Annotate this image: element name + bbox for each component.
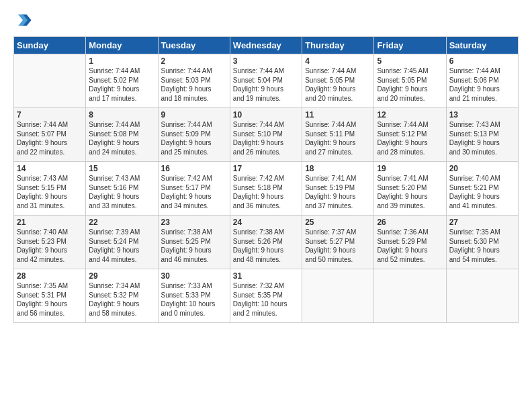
day-number: 15 xyxy=(89,164,154,173)
cell-content: Sunrise: 7:37 AM Sunset: 5:27 PM Dayligh… xyxy=(305,228,371,264)
logo-icon xyxy=(13,11,32,30)
cell-content: Sunrise: 7:44 AM Sunset: 5:05 PM Dayligh… xyxy=(305,66,371,103)
cell-content: Sunrise: 7:35 AM Sunset: 5:31 PM Dayligh… xyxy=(17,281,83,318)
calendar-cell: 3Sunrise: 7:44 AM Sunset: 5:04 PM Daylig… xyxy=(230,54,302,108)
day-number: 26 xyxy=(377,218,443,227)
day-number: 5 xyxy=(377,56,443,66)
day-number: 19 xyxy=(377,164,443,173)
calendar-cell: 8Sunrise: 7:44 AM Sunset: 5:08 PM Daylig… xyxy=(86,108,158,162)
logo xyxy=(13,11,34,30)
day-number: 8 xyxy=(89,110,154,120)
cell-content: Sunrise: 7:41 AM Sunset: 5:19 PM Dayligh… xyxy=(305,174,371,210)
calendar-cell: 29Sunrise: 7:34 AM Sunset: 5:32 PM Dayli… xyxy=(86,269,158,323)
day-number: 28 xyxy=(17,271,83,281)
day-number: 22 xyxy=(89,218,154,227)
day-number: 14 xyxy=(17,164,83,173)
cell-content: Sunrise: 7:39 AM Sunset: 5:24 PM Dayligh… xyxy=(89,228,154,264)
cell-content: Sunrise: 7:35 AM Sunset: 5:30 PM Dayligh… xyxy=(449,228,515,264)
calendar-cell: 13Sunrise: 7:43 AM Sunset: 5:13 PM Dayli… xyxy=(446,108,518,162)
calendar-cell: 21Sunrise: 7:40 AM Sunset: 5:23 PM Dayli… xyxy=(14,216,86,269)
day-number: 30 xyxy=(161,271,227,281)
day-header-tuesday: Tuesday xyxy=(158,37,230,54)
week-row-1: 7Sunrise: 7:44 AM Sunset: 5:07 PM Daylig… xyxy=(14,108,519,162)
cell-content: Sunrise: 7:40 AM Sunset: 5:21 PM Dayligh… xyxy=(449,174,515,210)
day-number: 18 xyxy=(305,164,371,173)
cell-content: Sunrise: 7:44 AM Sunset: 5:07 PM Dayligh… xyxy=(17,120,83,156)
cell-content: Sunrise: 7:44 AM Sunset: 5:12 PM Dayligh… xyxy=(377,120,443,156)
calendar-cell xyxy=(302,269,374,323)
day-number: 13 xyxy=(449,110,515,120)
cell-content: Sunrise: 7:44 AM Sunset: 5:04 PM Dayligh… xyxy=(233,66,299,103)
calendar-cell: 14Sunrise: 7:43 AM Sunset: 5:15 PM Dayli… xyxy=(14,162,86,216)
day-number: 25 xyxy=(305,218,371,227)
day-number: 3 xyxy=(233,56,299,66)
cell-content: Sunrise: 7:42 AM Sunset: 5:17 PM Dayligh… xyxy=(161,174,227,210)
calendar-cell: 17Sunrise: 7:42 AM Sunset: 5:18 PM Dayli… xyxy=(230,162,302,216)
calendar-cell: 4Sunrise: 7:44 AM Sunset: 5:05 PM Daylig… xyxy=(302,54,374,108)
day-number: 21 xyxy=(17,218,83,227)
calendar-cell xyxy=(446,269,518,323)
page: SundayMondayTuesdayWednesdayThursdayFrid… xyxy=(0,0,532,330)
calendar-cell: 30Sunrise: 7:33 AM Sunset: 5:33 PM Dayli… xyxy=(158,269,230,323)
week-row-4: 28Sunrise: 7:35 AM Sunset: 5:31 PM Dayli… xyxy=(14,269,519,323)
cell-content: Sunrise: 7:44 AM Sunset: 5:09 PM Dayligh… xyxy=(161,120,227,156)
day-number: 27 xyxy=(449,218,515,227)
cell-content: Sunrise: 7:41 AM Sunset: 5:20 PM Dayligh… xyxy=(377,174,443,210)
calendar-cell: 11Sunrise: 7:44 AM Sunset: 5:11 PM Dayli… xyxy=(302,108,374,162)
day-number: 2 xyxy=(161,56,227,66)
day-number: 31 xyxy=(233,271,299,281)
day-header-sunday: Sunday xyxy=(14,37,86,54)
calendar-cell: 28Sunrise: 7:35 AM Sunset: 5:31 PM Dayli… xyxy=(14,269,86,323)
calendar-cell: 9Sunrise: 7:44 AM Sunset: 5:09 PM Daylig… xyxy=(158,108,230,162)
cell-content: Sunrise: 7:38 AM Sunset: 5:26 PM Dayligh… xyxy=(233,228,299,264)
cell-content: Sunrise: 7:34 AM Sunset: 5:32 PM Dayligh… xyxy=(89,281,154,318)
cell-content: Sunrise: 7:43 AM Sunset: 5:13 PM Dayligh… xyxy=(449,120,515,156)
calendar-cell: 16Sunrise: 7:42 AM Sunset: 5:17 PM Dayli… xyxy=(158,162,230,216)
cell-content: Sunrise: 7:33 AM Sunset: 5:33 PM Dayligh… xyxy=(161,281,227,318)
calendar-cell: 20Sunrise: 7:40 AM Sunset: 5:21 PM Dayli… xyxy=(446,162,518,216)
calendar-cell xyxy=(374,269,446,323)
week-row-3: 21Sunrise: 7:40 AM Sunset: 5:23 PM Dayli… xyxy=(14,216,519,269)
day-header-thursday: Thursday xyxy=(302,37,374,54)
header xyxy=(13,11,519,30)
calendar-cell: 19Sunrise: 7:41 AM Sunset: 5:20 PM Dayli… xyxy=(374,162,446,216)
day-number: 11 xyxy=(305,110,371,120)
cell-content: Sunrise: 7:32 AM Sunset: 5:35 PM Dayligh… xyxy=(233,281,299,318)
header-row: SundayMondayTuesdayWednesdayThursdayFrid… xyxy=(14,37,519,54)
calendar-cell: 18Sunrise: 7:41 AM Sunset: 5:19 PM Dayli… xyxy=(302,162,374,216)
cell-content: Sunrise: 7:44 AM Sunset: 5:11 PM Dayligh… xyxy=(305,120,371,156)
day-number: 4 xyxy=(305,56,371,66)
calendar-table: SundayMondayTuesdayWednesdayThursdayFrid… xyxy=(13,36,519,323)
day-number: 9 xyxy=(161,110,227,120)
calendar-cell: 12Sunrise: 7:44 AM Sunset: 5:12 PM Dayli… xyxy=(374,108,446,162)
day-number: 10 xyxy=(233,110,299,120)
day-number: 7 xyxy=(17,110,83,120)
cell-content: Sunrise: 7:44 AM Sunset: 5:06 PM Dayligh… xyxy=(449,66,515,103)
day-header-friday: Friday xyxy=(374,37,446,54)
day-number: 16 xyxy=(161,164,227,173)
day-number: 29 xyxy=(89,271,154,281)
day-header-saturday: Saturday xyxy=(446,37,518,54)
cell-content: Sunrise: 7:40 AM Sunset: 5:23 PM Dayligh… xyxy=(17,228,83,264)
week-row-0: 1Sunrise: 7:44 AM Sunset: 5:02 PM Daylig… xyxy=(14,54,519,108)
day-header-monday: Monday xyxy=(86,37,158,54)
cell-content: Sunrise: 7:36 AM Sunset: 5:29 PM Dayligh… xyxy=(377,228,443,264)
cell-content: Sunrise: 7:45 AM Sunset: 5:05 PM Dayligh… xyxy=(377,66,443,103)
calendar-cell: 27Sunrise: 7:35 AM Sunset: 5:30 PM Dayli… xyxy=(446,216,518,269)
calendar-cell: 15Sunrise: 7:43 AM Sunset: 5:16 PM Dayli… xyxy=(86,162,158,216)
calendar-cell: 31Sunrise: 7:32 AM Sunset: 5:35 PM Dayli… xyxy=(230,269,302,323)
cell-content: Sunrise: 7:44 AM Sunset: 5:02 PM Dayligh… xyxy=(89,66,154,103)
calendar-cell: 6Sunrise: 7:44 AM Sunset: 5:06 PM Daylig… xyxy=(446,54,518,108)
day-number: 20 xyxy=(449,164,515,173)
cell-content: Sunrise: 7:38 AM Sunset: 5:25 PM Dayligh… xyxy=(161,228,227,264)
day-number: 23 xyxy=(161,218,227,227)
week-row-2: 14Sunrise: 7:43 AM Sunset: 5:15 PM Dayli… xyxy=(14,162,519,216)
calendar-cell: 7Sunrise: 7:44 AM Sunset: 5:07 PM Daylig… xyxy=(14,108,86,162)
day-number: 17 xyxy=(233,164,299,173)
calendar-cell: 24Sunrise: 7:38 AM Sunset: 5:26 PM Dayli… xyxy=(230,216,302,269)
day-number: 6 xyxy=(449,56,515,66)
calendar-cell: 23Sunrise: 7:38 AM Sunset: 5:25 PM Dayli… xyxy=(158,216,230,269)
calendar-cell: 26Sunrise: 7:36 AM Sunset: 5:29 PM Dayli… xyxy=(374,216,446,269)
day-number: 1 xyxy=(89,56,154,66)
day-number: 24 xyxy=(233,218,299,227)
